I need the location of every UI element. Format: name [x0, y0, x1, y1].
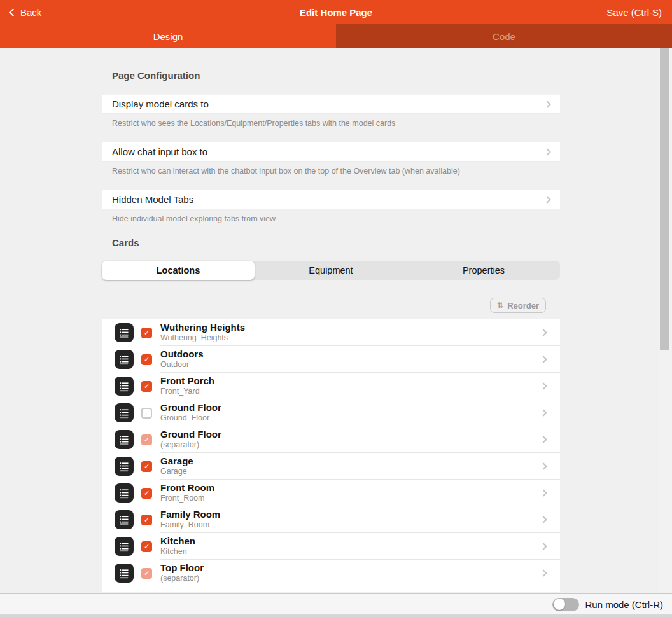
chevron-right-icon [540, 462, 547, 469]
item-title: Front Room [160, 483, 214, 494]
drag-handle-icon[interactable] [115, 403, 134, 422]
chevron-right-icon [540, 382, 547, 389]
drag-handle-icon[interactable] [115, 323, 134, 342]
drag-handle-icon[interactable] [115, 377, 134, 396]
item-title: Top Floor [160, 563, 204, 574]
setting-title: Allow chat input box to [112, 146, 207, 157]
segment-tab-properties[interactable]: Properties [407, 261, 560, 280]
list-item[interactable]: ✓ Family Room Family_Room [102, 506, 560, 533]
chevron-right-icon [540, 543, 547, 550]
chevron-right-icon [540, 436, 547, 443]
item-checkbox[interactable]: ✓ [141, 434, 152, 445]
list-item[interactable]: ✓ Outdoors Outdoor [102, 346, 560, 373]
page-title: Edit Home Page [0, 7, 672, 18]
settings-list: Display model cards to Restrict who sees… [102, 94, 560, 223]
drag-handle-icon[interactable] [115, 350, 134, 369]
reorder-button-label: Reorder [507, 301, 539, 310]
item-checkbox[interactable]: ✓ [141, 381, 152, 392]
item-subtitle: Garage [160, 468, 193, 476]
item-subtitle: Wuthering_Heights [160, 334, 245, 343]
setting-title: Hidden Model Tabs [112, 194, 193, 205]
list-item[interactable]: ✓ Garage Garage [102, 453, 560, 480]
scrollbar-track[interactable] [659, 48, 672, 593]
editor-tab-code[interactable]: Code [336, 24, 672, 48]
drag-handle-icon[interactable] [115, 457, 134, 476]
chevron-right-icon [543, 196, 550, 203]
run-mode-toggle[interactable] [552, 598, 579, 611]
setting-description: Hide individual model exploring tabs fro… [112, 214, 550, 223]
footer-bar: Run mode (Ctrl-R) [0, 593, 672, 614]
scrollbar-thumb[interactable] [660, 48, 669, 350]
chevron-left-icon [9, 8, 17, 17]
chevron-right-icon [540, 329, 547, 336]
item-checkbox[interactable]: ✓ [141, 488, 152, 499]
item-title: Front Porch [160, 376, 214, 387]
drag-handle-icon[interactable] [115, 510, 134, 529]
list-item[interactable]: ✓ Front Porch Front_Yard [102, 373, 560, 399]
drag-handle-icon[interactable] [115, 430, 134, 449]
item-checkbox[interactable]: ✓ [141, 461, 152, 472]
list-item[interactable]: Ground Floor Ground_Floor [102, 399, 560, 426]
chevron-right-icon [540, 409, 547, 416]
item-title: Garage [160, 456, 193, 467]
item-text: Wuthering Heights Wuthering_Heights [160, 322, 245, 342]
segment-tab-equipment[interactable]: Equipment [255, 261, 407, 280]
cards-segmented-control: LocationsEquipmentProperties [102, 261, 560, 280]
item-subtitle: Ground_Floor [160, 414, 221, 423]
setting-group: Hidden Model Tabs Hide individual model … [102, 190, 560, 223]
save-button[interactable]: Save (Ctrl-S) [606, 7, 662, 18]
list-item[interactable]: ✓ Kitchen Kitchen [102, 533, 560, 560]
item-title: Family Room [160, 510, 220, 520]
cards-heading: Cards [112, 237, 560, 248]
segment-tab-locations[interactable]: Locations [102, 261, 255, 280]
title-bar: Back Edit Home Page Save (Ctrl-S) [0, 0, 672, 24]
item-subtitle: (separator) [160, 574, 204, 583]
item-title: Outdoors [160, 349, 204, 360]
item-subtitle: Family_Room [160, 521, 220, 530]
back-button-label: Back [20, 7, 41, 18]
item-text: Top Floor (separator) [160, 563, 204, 583]
list-item[interactable]: ✓ Wuthering Heights Wuthering_Heights [102, 319, 560, 346]
reorder-icon: ⇅ [497, 302, 503, 309]
item-checkbox[interactable]: ✓ [141, 354, 152, 365]
setting-description: Restrict who sees the Locations/Equipmen… [112, 119, 550, 128]
list-item[interactable]: ✓ Front Room Front_Room [102, 480, 560, 506]
setting-row[interactable]: Allow chat input box to [102, 142, 560, 162]
item-text: Family Room Family_Room [160, 510, 220, 529]
item-text: Outdoors Outdoor [160, 349, 204, 369]
item-title: Ground Floor [160, 403, 221, 413]
item-checkbox[interactable]: ✓ [141, 515, 152, 525]
item-checkbox[interactable]: ✓ [141, 328, 152, 338]
editor-tab-bar: DesignCode [0, 24, 672, 48]
item-text: Front Porch Front_Yard [160, 376, 214, 396]
item-title: Kitchen [160, 536, 195, 547]
item-checkbox[interactable] [141, 408, 152, 419]
list-item[interactable]: ✓ Ground Floor (separator) [102, 426, 560, 453]
setting-row[interactable]: Hidden Model Tabs [102, 190, 560, 209]
setting-group: Display model cards to Restrict who sees… [102, 94, 560, 128]
setting-title: Display model cards to [112, 99, 209, 109]
list-item[interactable]: ✓ Top Floor (separator) [102, 560, 560, 586]
chevron-right-icon [543, 148, 550, 155]
row-separator [160, 586, 560, 586]
item-checkbox[interactable]: ✓ [141, 568, 152, 579]
drag-handle-icon[interactable] [115, 483, 134, 503]
item-text: Front Room Front_Room [160, 483, 214, 503]
item-subtitle: Front_Yard [160, 387, 214, 396]
back-button[interactable]: Back [10, 7, 41, 18]
item-text: Garage Garage [160, 456, 193, 476]
chevron-right-icon [540, 569, 547, 576]
editor-tab-design[interactable]: Design [0, 24, 336, 48]
content-area: Page Configuration Display model cards t… [0, 48, 672, 593]
chevron-right-icon [540, 356, 547, 363]
setting-group: Allow chat input box to Restrict who can… [102, 142, 560, 176]
item-subtitle: Front_Room [160, 494, 214, 503]
item-text: Kitchen Kitchen [160, 536, 195, 556]
reorder-button[interactable]: ⇅ Reorder [490, 298, 546, 313]
item-checkbox[interactable]: ✓ [141, 541, 152, 552]
drag-handle-icon[interactable] [115, 564, 134, 583]
item-title: Ground Floor [160, 429, 221, 440]
setting-row[interactable]: Display model cards to [102, 94, 560, 114]
chevron-right-icon [543, 101, 550, 107]
drag-handle-icon[interactable] [115, 537, 134, 556]
